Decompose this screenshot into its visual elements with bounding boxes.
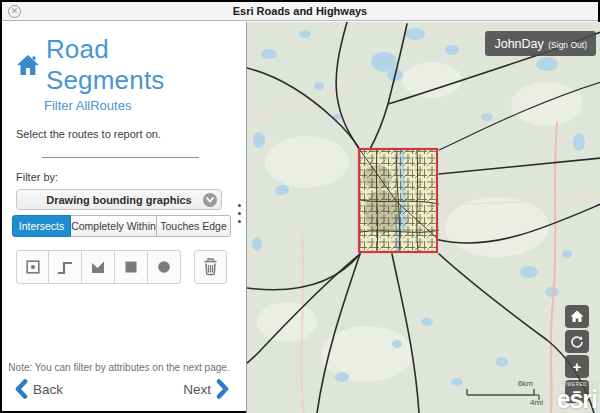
polyline-tool-icon xyxy=(56,258,74,276)
divider xyxy=(42,157,199,158)
back-chevron-icon xyxy=(14,379,28,399)
zoom-in-button[interactable]: + xyxy=(565,355,589,378)
circle-tool-icon xyxy=(155,258,173,276)
home-icon xyxy=(16,54,40,76)
note-text: Note: You can filter by attributes on th… xyxy=(4,362,234,373)
spatial-relation-tabs: Intersects Completely Within Touches Edg… xyxy=(12,215,234,237)
back-label: Back xyxy=(33,382,63,397)
home-extent-icon xyxy=(570,310,584,323)
panel-splitter[interactable] xyxy=(234,22,246,409)
powered-by-label: POWERED BY xyxy=(560,383,597,388)
page-title: Road Segments xyxy=(46,34,234,96)
next-button[interactable]: Next xyxy=(178,379,230,399)
dropdown-value: Drawing bounding graphics xyxy=(46,194,191,206)
draw-polygon-button[interactable] xyxy=(82,250,115,284)
tab-intersects[interactable]: Intersects xyxy=(12,215,71,237)
esri-logo: POWERED BY esri xyxy=(557,383,597,413)
selection-graphic xyxy=(359,149,439,252)
sign-out-button[interactable]: JohnDay (Sign Out) xyxy=(485,31,596,56)
draw-polyline-button[interactable] xyxy=(49,250,82,284)
panel-description: Select the routes to report on. xyxy=(16,128,234,140)
esri-brand-label: esri xyxy=(557,387,597,412)
scale-bar: 6km 4mi xyxy=(465,378,545,408)
app-window: ✕ Esri Roads and Highways Road Segments … xyxy=(0,0,600,413)
home-extent-button[interactable] xyxy=(565,305,589,328)
draw-rectangle-button[interactable] xyxy=(115,250,148,284)
panel-header: Road Segments xyxy=(16,34,234,96)
user-name: JohnDay xyxy=(494,37,543,51)
map-container: JohnDay (Sign Out) + − xyxy=(246,22,600,413)
clear-graphics-button[interactable] xyxy=(194,250,227,284)
tab-touches-edge[interactable]: Touches Edge xyxy=(157,215,231,237)
back-button[interactable]: Back xyxy=(14,379,68,399)
app-title: Esri Roads and Highways xyxy=(2,5,598,17)
chevron-down-icon xyxy=(203,193,217,207)
trash-icon xyxy=(201,257,220,277)
refresh-icon xyxy=(570,335,584,349)
polygon-tool-icon xyxy=(89,258,107,276)
refresh-button[interactable] xyxy=(565,330,589,353)
next-chevron-icon xyxy=(216,379,230,399)
wizard-nav: Back Next xyxy=(14,379,230,401)
tab-completely-within[interactable]: Completely Within xyxy=(71,215,157,237)
point-tool-icon xyxy=(24,258,42,276)
filter-method-dropdown[interactable]: Drawing bounding graphics xyxy=(16,189,222,210)
sign-out-label: (Sign Out) xyxy=(548,40,587,50)
page-subtitle: Filter AllRoutes xyxy=(44,98,234,113)
next-label: Next xyxy=(183,382,211,397)
rectangle-tool-icon xyxy=(122,258,140,276)
splitter-handle-dots xyxy=(238,199,241,228)
map-canvas[interactable] xyxy=(247,22,600,413)
filter-by-label: Filter by: xyxy=(16,171,234,183)
draw-point-button[interactable] xyxy=(16,250,49,284)
scale-km-label: 6km xyxy=(518,379,533,388)
draw-toolbar xyxy=(16,250,234,284)
title-bar: ✕ Esri Roads and Highways xyxy=(2,2,598,21)
scale-mi-label: 4mi xyxy=(530,398,543,407)
left-panel: Road Segments Filter AllRoutes Select th… xyxy=(4,22,234,409)
zoom-in-label: + xyxy=(573,359,582,374)
draw-circle-button[interactable] xyxy=(148,250,181,284)
